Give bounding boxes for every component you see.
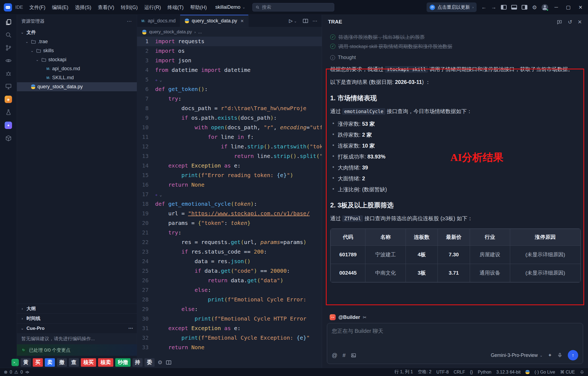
- search-input[interactable]: [262, 5, 331, 10]
- cuepro-more-icon[interactable]: ⋯: [128, 325, 134, 331]
- trade-button-买[interactable]: 买: [33, 358, 43, 367]
- menu-item-帮助-h-[interactable]: 帮助(H): [187, 2, 210, 12]
- trade-button-查[interactable]: 查: [69, 358, 79, 367]
- trade-button-黄[interactable]: 黄: [21, 358, 31, 367]
- source-control-icon[interactable]: [5, 44, 12, 51]
- close-tab-icon[interactable]: ✕: [240, 19, 244, 24]
- workspace-switcher[interactable]: skillaiDemo ⌄: [215, 4, 245, 10]
- close-button[interactable]: ✕: [577, 4, 584, 10]
- breadcrumb[interactable]: query_stock_data.py › ...: [137, 27, 322, 37]
- back-button[interactable]: ←: [481, 4, 486, 10]
- editor-tab-api-docs-md[interactable]: M↓api_docs.md: [137, 15, 180, 27]
- toggle-secondary-sidebar-icon[interactable]: [522, 5, 527, 10]
- toggle-panel-icon[interactable]: [511, 5, 517, 10]
- preview-eye-icon[interactable]: [5, 57, 12, 64]
- extension-orange-icon[interactable]: ◈: [5, 96, 12, 103]
- model-selector[interactable]: Gemini-3-Pro-Preview ⌄: [491, 352, 543, 358]
- eol-sequence[interactable]: CRLF: [454, 370, 465, 375]
- warning-icon[interactable]: ⚠: [14, 369, 18, 375]
- toggle-sidebar-icon[interactable]: [501, 5, 507, 10]
- cuepro-refresh-icon: ↻: [21, 347, 26, 353]
- hash-icon[interactable]: #: [342, 352, 345, 359]
- image-attach-icon[interactable]: [351, 352, 356, 358]
- restart-update-button[interactable]: ⟳ 点击重启以更新 ›: [427, 2, 477, 12]
- package-icon[interactable]: [5, 135, 12, 142]
- trade-button-核卖[interactable]: 核卖: [98, 358, 113, 367]
- enhance-sparkle-icon[interactable]: ✦: [548, 352, 552, 358]
- timeline-section-header[interactable]: › 时间线: [17, 313, 137, 323]
- global-search-box[interactable]: [252, 3, 334, 11]
- python-interpreter[interactable]: 3.12.3 64-bit: [496, 370, 521, 375]
- trade-window-icon[interactable]: [166, 360, 171, 365]
- cursor-position[interactable]: 行 1, 列 1: [394, 369, 413, 375]
- trade-settings-gear-icon[interactable]: ⚙: [158, 359, 162, 366]
- menu-item-文件-f-[interactable]: 文件(F): [26, 2, 48, 12]
- trade-button-秒撤[interactable]: 秒撤: [115, 358, 131, 367]
- new-chat-icon[interactable]: [557, 19, 562, 25]
- account-avatar[interactable]: [542, 4, 548, 11]
- mention-icon[interactable]: @: [332, 352, 337, 359]
- editor-tab-query-stock-data-py[interactable]: query_stock_data.py✕: [180, 15, 249, 27]
- minimize-button[interactable]: ─: [553, 4, 560, 10]
- run-button[interactable]: ▷ ⌄: [289, 18, 297, 24]
- cuepro-section-header[interactable]: ⌄ Cue-Pro ⋯: [17, 323, 137, 333]
- tree-item-stockapi[interactable]: ⌄stockapi: [17, 55, 137, 64]
- settings-gear-icon[interactable]: ⚙: [532, 4, 537, 11]
- test-flask-icon[interactable]: [5, 109, 12, 116]
- trade-button-撤[interactable]: 撤: [57, 358, 67, 367]
- update-icon: ⟳: [430, 5, 435, 10]
- editor-more-icon[interactable]: ⋯: [312, 18, 317, 24]
- trade-button-卖[interactable]: 卖: [45, 358, 55, 367]
- mic-icon[interactable]: [557, 352, 563, 358]
- history-icon[interactable]: ↺: [568, 19, 572, 25]
- format-braces[interactable]: {}: [470, 370, 473, 375]
- menu-item-终端-t-[interactable]: 终端(T): [164, 2, 187, 12]
- menu-item-运行-r-[interactable]: 运行(R): [141, 2, 164, 12]
- python-file-icon: [142, 30, 147, 34]
- encoding[interactable]: UTF-8: [436, 370, 449, 375]
- builder-mention-row[interactable]: @Builder ✂: [322, 313, 588, 322]
- go-live-button[interactable]: (·) Go Live: [534, 370, 555, 375]
- thought-row[interactable]: i Thought: [330, 55, 581, 60]
- send-button[interactable]: ↑: [568, 350, 578, 360]
- error-icon[interactable]: ⊗: [4, 369, 7, 375]
- tree-item-query-stock-data-py[interactable]: query_stock_data.py: [17, 82, 137, 91]
- restore-button[interactable]: ▢: [564, 4, 572, 10]
- files-section-header[interactable]: ⌄ 文件: [17, 27, 137, 37]
- tree-item-skill-md[interactable]: M↓SKILL.md: [17, 73, 137, 82]
- language-mode[interactable]: Python: [478, 370, 491, 375]
- line-number: 26: [137, 276, 155, 285]
- cue-button[interactable]: ⌘ CUE: [560, 369, 575, 375]
- menu-item-转到-g-[interactable]: 转到(G): [118, 2, 141, 12]
- forward-button[interactable]: →: [491, 4, 496, 10]
- console-icon[interactable]: >_: [11, 359, 19, 366]
- indentation[interactable]: 空格: 2: [418, 369, 432, 375]
- builder-icon: [330, 314, 336, 320]
- chat-composer[interactable]: 您正在与 Builder 聊天 @ # Gemini-3-Pro-Preview…: [327, 323, 583, 364]
- menu-item-选择-s-[interactable]: 选择(S): [72, 2, 94, 12]
- search-sidebar-icon[interactable]: [5, 31, 12, 39]
- tree-item-api-docs-md[interactable]: M↓api_docs.md: [17, 64, 137, 73]
- explorer-icon[interactable]: [5, 19, 12, 26]
- trade-button-核买[interactable]: 核买: [81, 358, 96, 367]
- line-number: 9: [137, 113, 155, 123]
- code-editor[interactable]: 1import requests2import os3import json4f…: [137, 37, 322, 368]
- explorer-more-icon[interactable]: ⋯: [127, 18, 132, 24]
- tree-item--trae[interactable]: ⌄.trae: [17, 37, 137, 46]
- response-bullet: •跌停家数: 2 家: [332, 131, 581, 139]
- outline-section-header[interactable]: › 大纲: [17, 304, 137, 313]
- split-editor-icon[interactable]: [303, 19, 308, 23]
- menu-item-查看-v-[interactable]: 查看(V): [95, 2, 117, 12]
- debug-icon[interactable]: [5, 70, 12, 77]
- trade-button-委[interactable]: 委: [144, 358, 155, 367]
- mute-speaker-icon[interactable]: [25, 370, 29, 374]
- thought-label: Thought: [338, 55, 356, 60]
- menu-item-编辑-e-[interactable]: 编辑(E): [49, 2, 71, 12]
- close-panel-icon[interactable]: ✕: [578, 19, 582, 25]
- remote-monitor-icon[interactable]: [5, 83, 12, 90]
- trade-button-持[interactable]: 持: [132, 358, 143, 367]
- skill-plugin-icon[interactable]: ✦: [5, 122, 12, 129]
- editor-group: M↓api_docs.md query_stock_data.py✕ ▷ ⌄ ⋯…: [137, 15, 322, 368]
- bell-icon[interactable]: [580, 370, 584, 374]
- tree-item-skills[interactable]: ⌄skills: [17, 46, 137, 55]
